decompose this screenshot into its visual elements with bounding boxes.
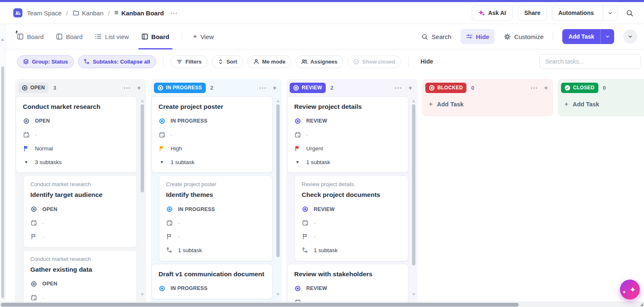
parent-task-ref[interactable]: Review project details [302, 181, 401, 187]
team-space-avatar[interactable] [13, 8, 22, 17]
task-status[interactable]: OPEN [35, 118, 50, 124]
task-card[interactable]: Review with stakeholders REVIEW - [287, 264, 408, 302]
search-button[interactable]: Search [421, 33, 451, 40]
task-card[interactable]: Conduct market research OPEN - Normal ▾3… [16, 96, 137, 173]
collapse-header-button[interactable] [623, 29, 637, 44]
breadcrumb-space[interactable]: Team Space [27, 10, 61, 17]
add-task-chevron[interactable] [600, 29, 614, 44]
calendar-icon[interactable] [166, 220, 173, 226]
breadcrumb-view[interactable]: ≡ Kanban Board [114, 9, 163, 17]
task-priority[interactable]: - [314, 233, 315, 240]
subtask-icon[interactable] [166, 247, 173, 253]
share-button[interactable]: Share [518, 5, 547, 21]
task-status[interactable]: IN PROGRESS [171, 118, 207, 124]
hide-toolbar-button[interactable]: Hide [421, 58, 433, 65]
column-scrollbar[interactable] [276, 100, 280, 257]
subtasks-count[interactable]: 1 subtask [178, 247, 202, 253]
add-task-row[interactable]: + Add Task [422, 96, 553, 114]
status-pill-in-progress[interactable]: IN PROGRESS [154, 83, 206, 93]
group-by-pill[interactable]: Group: Status [17, 55, 74, 68]
task-status[interactable]: OPEN [42, 206, 57, 212]
task-priority[interactable]: - [178, 233, 180, 240]
chevron-down-icon[interactable]: ▾ [296, 160, 299, 165]
task-card[interactable]: Review project details REVIEW - Urgent ▾… [287, 96, 408, 173]
flag-icon[interactable] [30, 233, 37, 240]
calendar-icon[interactable] [159, 132, 165, 138]
task-status[interactable]: REVIEW [314, 206, 335, 212]
due-date[interactable]: - [42, 220, 44, 226]
due-date[interactable]: - [314, 220, 315, 226]
task-card[interactable]: Create project poster IN PROGRESS - High… [151, 96, 273, 173]
flag-icon[interactable] [23, 145, 29, 152]
task-priority[interactable]: Normal [35, 145, 53, 152]
column-scrollbar[interactable] [140, 100, 144, 192]
add-task-main[interactable]: Add Task [562, 33, 600, 40]
scroll-up-arrow-icon[interactable] [1, 38, 4, 41]
tab-board-active[interactable]: Board [141, 24, 169, 49]
subtasks-count[interactable]: 1 subtask [314, 247, 338, 253]
subtasks-toggle[interactable]: 1 subtask [171, 159, 195, 165]
automations-chevron[interactable] [603, 5, 617, 20]
subtasks-pill[interactable]: Subtasks: Collapse all [78, 55, 156, 68]
subtask-icon[interactable] [302, 247, 308, 253]
calendar-icon[interactable] [23, 132, 29, 138]
flag-icon[interactable] [159, 145, 165, 152]
calendar-icon[interactable] [294, 132, 301, 138]
left-scrollbar[interactable] [0, 24, 5, 302]
header-search-button[interactable] [622, 6, 637, 20]
subtask-card[interactable]: Conduct market research Identify target … [23, 175, 137, 247]
flag-icon[interactable] [166, 233, 173, 240]
due-date[interactable]: - [306, 132, 308, 138]
automations-main[interactable]: Automations [552, 5, 600, 20]
task-status[interactable]: REVIEW [306, 285, 327, 291]
status-pill-review[interactable]: REVIEW [290, 83, 326, 93]
scroll-down-arrow-icon[interactable] [276, 293, 280, 296]
scroll-down-arrow-icon[interactable] [412, 293, 415, 296]
subtask-card[interactable]: Review project details Check project doc… [295, 175, 408, 261]
subtask-card[interactable]: Conduct market research Gather existing … [23, 250, 137, 302]
breadcrumb-more-icon[interactable]: ⋯ [170, 9, 178, 17]
task-priority[interactable]: Urgent [306, 145, 323, 152]
task-priority[interactable]: - [42, 233, 44, 240]
scrollbar-thumb[interactable] [1, 66, 4, 298]
filters-pill[interactable]: Filters [171, 55, 207, 68]
subtasks-toggle[interactable]: 1 subtask [306, 159, 330, 165]
chevron-down-icon[interactable]: ▾ [161, 160, 163, 165]
task-status[interactable]: REVIEW [306, 118, 327, 124]
task-status[interactable]: IN PROGRESS [171, 285, 207, 291]
add-task-icon[interactable]: + [408, 84, 412, 91]
customize-button[interactable]: Customize [504, 33, 544, 40]
column-menu-icon[interactable]: ⋯ [395, 84, 402, 91]
flag-icon[interactable] [302, 233, 308, 240]
task-status[interactable]: IN PROGRESS [178, 206, 215, 212]
column-menu-icon[interactable]: ⋯ [530, 84, 537, 91]
due-date[interactable]: - [171, 132, 172, 138]
add-task-icon[interactable]: + [137, 84, 141, 91]
status-pill-closed[interactable]: ✓ CLOSED [561, 83, 598, 93]
tab-board-2[interactable]: Board [56, 24, 83, 49]
subtask-card[interactable]: Create project poster Identify themes IN… [159, 175, 273, 261]
hide-button[interactable]: Hide [461, 29, 495, 44]
show-closed-pill[interactable]: Show closed [347, 55, 401, 68]
column-scrollbar[interactable] [412, 100, 415, 265]
parent-task-ref[interactable]: Conduct market research [30, 256, 130, 262]
ask-ai-button[interactable]: ✦✦ Ask AI [472, 5, 513, 21]
task-priority[interactable]: High [171, 145, 182, 152]
calendar-icon[interactable] [302, 220, 308, 226]
add-task-row[interactable]: + Add Task [558, 96, 644, 114]
due-date[interactable]: - [35, 132, 37, 138]
ai-assistant-button[interactable]: ✦ ✦ [620, 280, 640, 300]
sort-pill[interactable]: Sort [212, 55, 243, 68]
parent-task-ref[interactable]: Create project poster [166, 181, 266, 187]
column-menu-icon[interactable]: ⋯ [259, 84, 266, 91]
tab-board-1[interactable]: Board [17, 24, 44, 49]
calendar-icon[interactable] [30, 295, 37, 301]
calendar-icon[interactable] [30, 220, 37, 226]
chevron-down-icon[interactable]: ▾ [25, 160, 27, 165]
scrollbar-thumb[interactable] [1, 303, 519, 307]
me-mode-pill[interactable]: Me mode [247, 55, 291, 68]
due-date[interactable]: - [178, 220, 180, 226]
task-card[interactable]: Draft v1 communication document IN PROGR… [151, 264, 273, 299]
tab-list-view[interactable]: List view [95, 24, 129, 49]
due-date[interactable]: - [42, 295, 44, 301]
